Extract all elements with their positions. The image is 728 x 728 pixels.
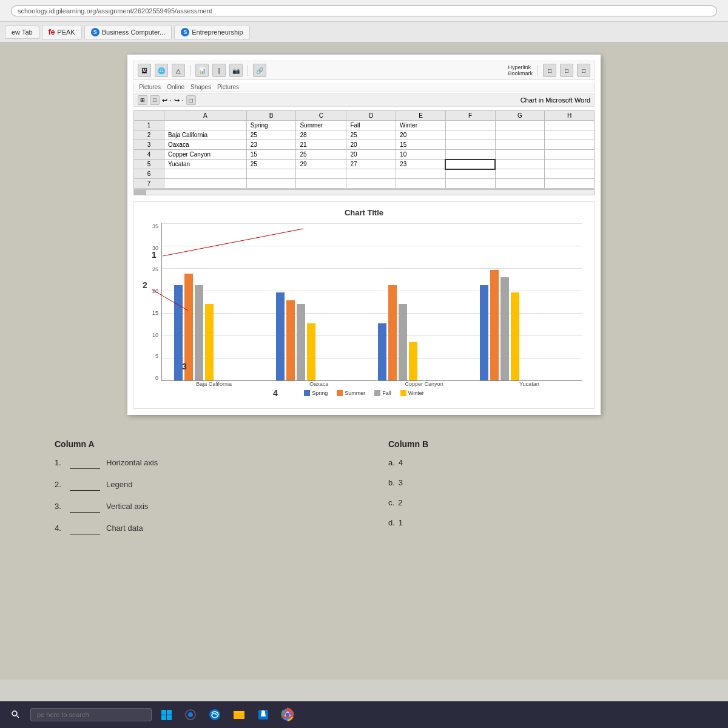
cell-3f[interactable]: [445, 140, 495, 150]
col-header-h[interactable]: H: [545, 111, 595, 121]
tab-new[interactable]: ew Tab: [5, 25, 39, 39]
cell-1e[interactable]: Winter: [396, 121, 446, 130]
bar-summer-3[interactable]: [490, 270, 499, 380]
cell-5f[interactable]: [445, 160, 495, 169]
tab-peak[interactable]: fe PEAK: [42, 25, 82, 39]
tab-biz[interactable]: S Business Computer...: [84, 25, 172, 39]
bar-winter-0[interactable]: [205, 304, 214, 380]
cell-6g[interactable]: [495, 169, 545, 179]
cell-2a[interactable]: Baja California: [164, 130, 247, 140]
link-icon[interactable]: 🔗: [253, 64, 266, 77]
chart-icon[interactable]: 📊: [195, 64, 209, 77]
mini-icon3[interactable]: □: [186, 95, 196, 105]
taskbar-search-input[interactable]: [30, 708, 152, 721]
bar-winter-3[interactable]: [511, 292, 519, 380]
cell-4c[interactable]: 25: [296, 150, 346, 160]
cell-1b[interactable]: Spring: [246, 121, 296, 130]
bar-spring-2[interactable]: [378, 323, 386, 380]
icon-a[interactable]: □: [543, 64, 556, 77]
cell-2b[interactable]: 25: [246, 130, 296, 140]
cell-7a[interactable]: [164, 179, 247, 189]
bar-fall-1[interactable]: [297, 304, 305, 380]
taskbar-chrome-icon[interactable]: [278, 705, 297, 724]
cell-4d[interactable]: 20: [346, 150, 396, 160]
cell-3h[interactable]: [545, 140, 595, 150]
col-header-e[interactable]: E: [396, 111, 446, 121]
cell-2c[interactable]: 28: [296, 130, 346, 140]
tab-entre[interactable]: S Entrepreneurship: [174, 25, 249, 39]
taskbar-search-icon[interactable]: [6, 705, 25, 724]
cell-4a[interactable]: Copper Canyon: [164, 150, 247, 160]
bar-spring-0[interactable]: [174, 285, 183, 380]
cell-1d[interactable]: Fall: [346, 121, 396, 130]
cell-2e[interactable]: 20: [396, 130, 446, 140]
cell-2g[interactable]: [495, 130, 545, 140]
taskbar-folder-icon[interactable]: [229, 705, 249, 724]
cell-7b[interactable]: [246, 179, 296, 189]
taskbar-edge-icon[interactable]: [205, 705, 224, 724]
col-header-f[interactable]: F: [445, 111, 495, 121]
scroll-thumb[interactable]: [134, 190, 146, 195]
cell-5b[interactable]: 25: [246, 160, 296, 169]
cell-5d[interactable]: 27: [346, 160, 396, 169]
cell-6d[interactable]: [346, 169, 396, 179]
bar-fall-2[interactable]: [399, 304, 407, 380]
cell-7g[interactable]: [495, 179, 545, 189]
bar-spring-1[interactable]: [276, 292, 285, 380]
cell-4b[interactable]: 15: [246, 150, 296, 160]
bar-winter-1[interactable]: [307, 323, 315, 380]
cell-5e[interactable]: 23: [396, 160, 446, 169]
cell-7f[interactable]: [445, 179, 495, 189]
bar-spring-3[interactable]: [480, 285, 488, 380]
cell-7e[interactable]: [396, 179, 446, 189]
qa-blank-2[interactable]: [70, 480, 100, 491]
online-pictures-icon[interactable]: 🌐: [155, 64, 168, 77]
cell-3g[interactable]: [495, 140, 545, 150]
shapes-icon[interactable]: △: [172, 64, 185, 77]
taskbar-windows-icon[interactable]: [157, 705, 176, 724]
bar-summer-2[interactable]: [388, 285, 397, 380]
cell-1a[interactable]: [164, 121, 247, 130]
cell-7c[interactable]: [296, 179, 346, 189]
mini-redo[interactable]: ↪: [174, 96, 180, 104]
qa-blank-3[interactable]: [70, 502, 100, 513]
cell-5a[interactable]: Yucatan: [164, 160, 247, 169]
cell-2d[interactable]: 25: [346, 130, 396, 140]
taskbar-store-icon[interactable]: [254, 705, 273, 724]
cell-4f[interactable]: [445, 150, 495, 160]
cell-3a[interactable]: Oaxaca: [164, 140, 247, 150]
cell-6f[interactable]: [445, 169, 495, 179]
hyperlink-btn[interactable]: Hyperlink Bookmark: [508, 64, 533, 76]
icon-b[interactable]: □: [560, 64, 573, 77]
cell-1f[interactable]: [445, 121, 495, 130]
col-header-b[interactable]: B: [246, 111, 296, 121]
mini-icon2[interactable]: □: [150, 95, 160, 105]
qa-blank-4[interactable]: [70, 524, 100, 534]
cell-3e[interactable]: 15: [396, 140, 446, 150]
qa-blank-1[interactable]: [70, 458, 100, 469]
bar-summer-1[interactable]: [286, 300, 295, 380]
cell-5c[interactable]: 29: [296, 160, 346, 169]
cell-6c[interactable]: [296, 169, 346, 179]
bar-fall-3[interactable]: [500, 277, 509, 380]
browser-url-bar[interactable]: schoology.idigilearning.org/assignment/2…: [11, 5, 717, 16]
cell-5h[interactable]: [545, 160, 595, 169]
cell-4h[interactable]: [545, 150, 595, 160]
col-header-a[interactable]: A: [164, 111, 247, 121]
cell-3b[interactable]: 23: [246, 140, 296, 150]
col-header-c[interactable]: C: [296, 111, 346, 121]
cell-4e[interactable]: 10: [396, 150, 446, 160]
cell-3c[interactable]: 21: [296, 140, 346, 150]
cell-1g[interactable]: [495, 121, 545, 130]
taskbar-cortana-icon[interactable]: [181, 705, 200, 724]
cell-7h[interactable]: [545, 179, 595, 189]
bar-icon[interactable]: |: [212, 64, 226, 77]
cell-4g[interactable]: [495, 150, 545, 160]
cell-6h[interactable]: [545, 169, 595, 179]
col-header-d[interactable]: D: [346, 111, 396, 121]
mini-icon1[interactable]: ⊞: [138, 95, 147, 105]
col-header-g[interactable]: G: [495, 111, 545, 121]
cell-1c[interactable]: Summer: [296, 121, 346, 130]
mini-undo[interactable]: ↩: [162, 96, 167, 104]
photo-icon[interactable]: 📷: [229, 64, 243, 77]
